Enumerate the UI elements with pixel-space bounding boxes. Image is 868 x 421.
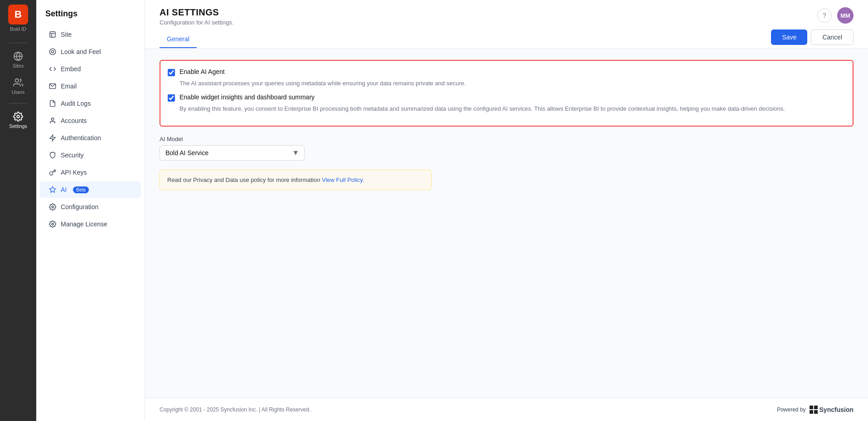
enable-ai-agent-desc: The AI assistant processes your queries … <box>179 79 845 88</box>
sq4 <box>814 410 818 414</box>
info-text: Read our Privacy and Data use policy for… <box>167 176 322 183</box>
sidebar-item-accounts[interactable]: Accounts <box>40 113 141 129</box>
ai-model-select-wrapper: Bold AI Service OpenAI Azure OpenAI Cust… <box>160 145 305 161</box>
enable-ai-agent-row: Enable AI Agent <box>168 68 845 76</box>
sq3 <box>810 410 813 414</box>
svg-marker-15 <box>50 135 55 141</box>
sidebar-item-authentication[interactable]: Authentication <box>40 130 141 146</box>
svg-rect-4 <box>50 32 55 37</box>
license-icon <box>49 220 56 228</box>
svg-line-12 <box>54 49 55 50</box>
app-logo[interactable]: B <box>8 5 28 24</box>
sidebar-item-site[interactable]: Site <box>40 26 141 43</box>
enable-ai-agent-label[interactable]: Enable AI Agent <box>179 68 225 75</box>
app-name: Bold ID <box>10 26 26 32</box>
header-left: AI SETTINGS Configuration for AI setting… <box>160 7 233 26</box>
action-buttons: Save Cancel <box>771 26 853 49</box>
sidebar-item-api-keys[interactable]: API Keys <box>40 164 141 181</box>
svg-line-8 <box>54 54 55 54</box>
footer: Copyright © 2001 - 2025 Syncfusion Inc. … <box>145 398 868 421</box>
tab-general[interactable]: General <box>160 32 197 48</box>
security-icon <box>49 152 56 159</box>
sidebar-item-ai[interactable]: AI Beta <box>40 181 141 198</box>
info-box: Read our Privacy and Data use policy for… <box>160 170 432 190</box>
copyright-text: Copyright © 2001 - 2025 Syncfusion Inc. … <box>160 406 310 413</box>
sidebar-item-audit-logs[interactable]: Audit Logs <box>40 95 141 112</box>
enable-ai-agent-checkbox[interactable] <box>168 69 175 76</box>
cancel-button[interactable]: Cancel <box>811 29 853 45</box>
content-area: Enable AI Agent The AI assistant process… <box>145 49 868 398</box>
tabs-and-actions: General Save Cancel <box>145 26 868 49</box>
page-title: AI SETTINGS <box>160 7 233 18</box>
config-icon <box>49 203 56 210</box>
look-icon <box>49 48 56 55</box>
syncfusion-name: Syncfusion <box>820 406 853 413</box>
svg-point-3 <box>17 115 19 118</box>
svg-point-14 <box>51 118 53 120</box>
globe-icon <box>13 51 23 61</box>
sidebar-item-embed[interactable]: Embed <box>40 61 141 77</box>
save-button[interactable]: Save <box>771 29 807 45</box>
powered-by-text: Powered by <box>777 406 805 413</box>
sq1 <box>810 406 813 409</box>
page-subtitle: Configuration for AI settings. <box>160 19 233 26</box>
ai-options-box: Enable AI Agent The AI assistant process… <box>160 60 853 127</box>
accounts-icon <box>49 117 56 124</box>
settings-icon <box>13 112 23 122</box>
svg-point-19 <box>52 223 53 225</box>
nav-item-sites[interactable]: Sites <box>0 47 36 73</box>
sidebar: Settings Site Look and Feel Embed Email … <box>36 0 145 421</box>
ai-model-label: AI Model <box>160 136 853 142</box>
sidebar-item-email[interactable]: Email <box>40 78 141 94</box>
syncfusion-logo: Syncfusion <box>810 406 853 414</box>
sq2 <box>814 406 818 409</box>
email-icon <box>49 83 56 90</box>
users-icon <box>13 78 23 88</box>
auth-icon <box>49 134 56 142</box>
header-right: ? MM <box>817 7 853 24</box>
help-button[interactable]: ? <box>817 8 832 23</box>
audit-icon <box>49 100 56 107</box>
sidebar-item-security[interactable]: Security <box>40 147 141 163</box>
tabs-row: General <box>160 32 197 48</box>
sidebar-item-manage-license[interactable]: Manage License <box>40 216 141 232</box>
svg-marker-17 <box>49 186 55 192</box>
nav-item-settings[interactable]: Settings <box>0 107 36 133</box>
svg-point-16 <box>49 172 53 175</box>
nav-divider-2 <box>9 103 27 103</box>
syncfusion-squares-icon <box>810 406 818 414</box>
question-icon: ? <box>823 12 826 19</box>
sidebar-item-look-and-feel[interactable]: Look and Feel <box>40 44 141 60</box>
svg-line-7 <box>50 49 51 50</box>
svg-point-18 <box>52 206 53 208</box>
header-row: AI SETTINGS Configuration for AI setting… <box>145 0 868 26</box>
ai-model-section: AI Model Bold AI Service OpenAI Azure Op… <box>160 136 853 161</box>
api-keys-icon <box>49 169 56 176</box>
main-content: AI SETTINGS Configuration for AI setting… <box>145 0 868 421</box>
enable-widget-label[interactable]: Enable widget insights and dashboard sum… <box>179 93 315 101</box>
footer-brand: Powered by Syncfusion <box>777 406 853 414</box>
enable-widget-row: Enable widget insights and dashboard sum… <box>168 93 845 102</box>
nav-divider-1 <box>9 43 27 43</box>
svg-line-11 <box>50 54 51 54</box>
enable-widget-desc: By enabling this feature, you consent to… <box>179 104 845 113</box>
top-bar: AI SETTINGS Configuration for AI setting… <box>145 0 868 49</box>
enable-widget-checkbox[interactable] <box>168 94 175 102</box>
sidebar-item-configuration[interactable]: Configuration <box>40 199 141 215</box>
embed-icon <box>49 65 56 73</box>
svg-point-2 <box>15 79 19 82</box>
site-icon <box>49 31 56 38</box>
svg-point-6 <box>51 50 53 53</box>
user-avatar[interactable]: MM <box>837 7 853 24</box>
ai-icon <box>49 186 56 193</box>
icon-nav: B Bold ID Sites Users Settings <box>0 0 36 421</box>
view-full-policy-link[interactable]: View Full Policy. <box>322 176 364 183</box>
ai-badge: Beta <box>73 186 89 193</box>
sidebar-title: Settings <box>36 7 145 26</box>
nav-item-users[interactable]: Users <box>0 73 36 99</box>
ai-model-select[interactable]: Bold AI Service OpenAI Azure OpenAI Cust… <box>160 145 305 161</box>
